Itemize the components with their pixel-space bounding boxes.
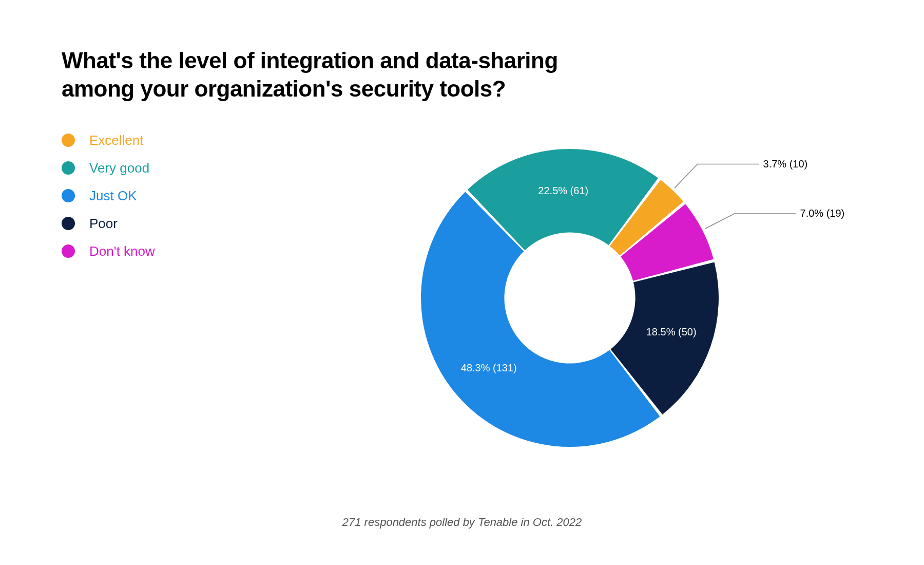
chart-page: What's the level of integration and data… — [0, 0, 924, 565]
legend-item: Very good — [62, 161, 277, 175]
chart-area: 22.5% (61)3.7% (10)7.0% (19)18.5% (50)48… — [277, 128, 862, 488]
legend-item: Don't know — [62, 244, 277, 258]
legend-label: Poor — [89, 217, 118, 230]
slice-label: 7.0% (19) — [800, 208, 845, 219]
legend-swatch — [62, 244, 75, 258]
legend-item: Poor — [62, 217, 277, 230]
legend-label: Just OK — [89, 189, 137, 202]
slice-label: 3.7% (10) — [763, 158, 808, 170]
slice-label: 18.5% (50) — [646, 326, 697, 337]
legend-item: Excellent — [62, 134, 277, 147]
legend-swatch — [62, 189, 75, 202]
content-row: ExcellentVery goodJust OKPoorDon't know … — [62, 128, 862, 488]
slice-label: 22.5% (61) — [538, 185, 588, 196]
legend-swatch — [62, 134, 75, 147]
callout-line — [705, 214, 796, 229]
legend-swatch — [62, 217, 75, 230]
legend-label: Very good — [89, 161, 149, 175]
legend-swatch — [62, 161, 75, 175]
chart-title: What's the level of integration and data… — [62, 46, 575, 103]
legend-label: Don't know — [89, 244, 155, 258]
legend-label: Excellent — [89, 134, 144, 147]
callout-line — [675, 164, 759, 188]
legend-item: Just OK — [62, 189, 277, 202]
donut-chart: 22.5% (61)3.7% (10)7.0% (19)18.5% (50)48… — [390, 113, 852, 483]
chart-footer: 271 respondents polled by Tenable in Oct… — [0, 516, 924, 529]
legend: ExcellentVery goodJust OKPoorDon't know — [62, 128, 277, 272]
slice-label: 48.3% (131) — [461, 362, 517, 373]
